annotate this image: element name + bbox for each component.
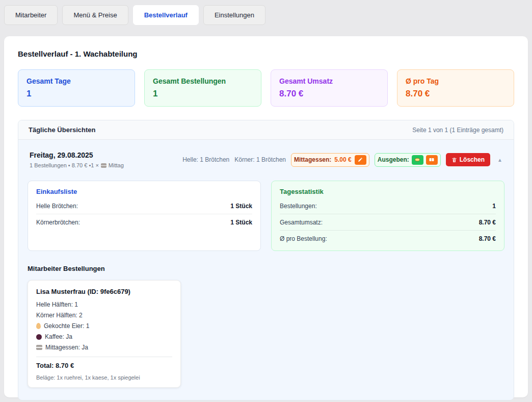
tab-mitarbeiter[interactable]: Mitarbeiter — [4, 5, 58, 25]
row-label: Helle Brötchen: — [36, 203, 78, 210]
order-line-text: Helle Hälften: 1 — [36, 301, 78, 308]
shopping-list-title: Einkaufsliste — [36, 188, 252, 195]
employee-name: Lisa Musterfrau (ID: 9fe6c679) — [36, 288, 172, 295]
table-row: Helle Brötchen: 1 Stück — [36, 198, 252, 214]
table-row: Bestellungen: 1 — [280, 198, 496, 214]
row-label: Körnerbrötchen: — [36, 219, 80, 226]
order-line-text: Mittagessen: Ja — [45, 344, 88, 351]
panel-title: Tägliche Übersichten — [29, 126, 95, 134]
stat-card-gesamt-tage: Gesamt Tage 1 — [18, 69, 135, 107]
row-label: Bestellungen: — [280, 203, 317, 210]
order-line-text: Kaffee: Ja — [45, 333, 72, 340]
collapse-day-button[interactable]: ▲ — [497, 157, 502, 163]
employee-orders-title: Mitarbeiter Bestellungen — [28, 265, 504, 272]
ausgeben-badge: Ausgeben: — [375, 153, 441, 167]
day-controls: Helle: 1 Brötchen Körner: 1 Brötchen Mit… — [182, 153, 502, 167]
order-line-text: Körner Hälften: 2 — [36, 312, 83, 319]
table-row: Gesamtumsatz: 8.70 € — [280, 214, 496, 231]
order-line: Gekochte Eier: 1 — [36, 322, 172, 330]
stat-label: Ø pro Tag — [406, 77, 506, 85]
tab-bestellverlauf[interactable]: Bestellverlauf — [133, 5, 199, 25]
row-value: 1 — [492, 203, 496, 210]
stat-value: 8.70 € — [406, 89, 506, 99]
row-value: 1 Stück — [230, 219, 252, 226]
order-line: Körner Hälften: 2 — [36, 312, 172, 319]
row-value: 8.70 € — [479, 219, 496, 226]
day-summary-text: 1 Bestellungen • 8.70 € •1 × — [30, 162, 99, 168]
order-toppings: Beläge: 1x ruehrei, 1x kaese, 1x spiegel… — [36, 374, 172, 381]
delete-day-button[interactable]: Löschen — [446, 153, 490, 166]
divider — [36, 357, 172, 357]
table-row: Ø pro Bestellung: 8.70 € — [280, 231, 496, 246]
stat-card-gesamt-umsatz: Gesamt Umsatz 8.70 € — [271, 69, 388, 107]
ausgeben-label: Ausgeben: — [378, 156, 409, 163]
row-label: Ø pro Bestellung: — [280, 235, 327, 242]
panel-body: Freitag, 29.08.2025 1 Bestellungen • 8.7… — [18, 140, 514, 400]
order-line: Mittagessen: Ja — [36, 344, 172, 351]
day-summary-lunch-label: Mittag — [109, 162, 124, 168]
stat-label: Gesamt Bestellungen — [153, 77, 253, 85]
table-row: Körnerbrötchen: 1 Stück — [36, 214, 252, 230]
lunch-price-label: Mittagessen: — [294, 156, 331, 163]
page-title: Bestellverlauf - 1. Wachabteilung — [18, 49, 514, 58]
egg-icon — [36, 323, 41, 329]
stat-value: 1 — [153, 89, 253, 99]
order-line: Helle Hälften: 1 — [36, 301, 172, 308]
stat-label: Gesamt Tage — [26, 77, 126, 85]
koerner-count: Körner: 1 Brötchen — [234, 156, 286, 163]
delete-button-label: Löschen — [460, 156, 485, 163]
day-statistics-title: Tagesstatistik — [280, 188, 496, 195]
day-info: Freitag, 29.08.2025 1 Bestellungen • 8.7… — [30, 151, 124, 168]
employee-order-card: Lisa Musterfrau (ID: 9fe6c679) Helle Häl… — [28, 280, 181, 388]
pagination-info: Seite 1 von 1 (1 Einträge gesamt) — [412, 127, 503, 134]
day-date: Freitag, 29.08.2025 — [30, 151, 124, 159]
lunchbox-icon — [429, 157, 435, 163]
edit-lunch-price-button[interactable] — [355, 155, 366, 165]
row-value: 1 Stück — [230, 203, 252, 210]
shopping-list-card: Einkaufsliste Helle Brötchen: 1 Stück Kö… — [28, 181, 261, 251]
main-content: Bestellverlauf - 1. Wachabteilung Gesamt… — [4, 36, 528, 397]
stat-label: Gesamt Umsatz — [279, 77, 379, 85]
day-statistics-card: Tagesstatistik Bestellungen: 1 Gesamtums… — [271, 181, 504, 251]
trash-icon — [451, 157, 457, 163]
lunch-price-badge: Mittagessen: 5.00 € — [291, 153, 369, 167]
lunch-price-value: 5.00 € — [334, 156, 351, 163]
panel-header: Tägliche Übersichten Seite 1 von 1 (1 Ei… — [18, 120, 514, 140]
tab-menu-preise[interactable]: Menü & Preise — [62, 5, 128, 25]
tab-bar: Mitarbeiter Menü & Preise Bestellverlauf… — [0, 0, 532, 25]
stat-card-gesamt-bestellungen: Gesamt Bestellungen 1 — [144, 69, 261, 107]
row-label: Gesamtumsatz: — [280, 219, 323, 226]
bread-icon — [414, 157, 420, 163]
order-line: Kaffee: Ja — [36, 333, 172, 340]
pencil-icon — [358, 157, 363, 162]
helle-count: Helle: 1 Brötchen — [182, 156, 229, 163]
day-header-row: Freitag, 29.08.2025 1 Bestellungen • 8.7… — [28, 151, 504, 168]
distribute-lunch-button[interactable] — [426, 155, 438, 165]
day-detail-row: Einkaufsliste Helle Brötchen: 1 Stück Kö… — [28, 181, 504, 251]
order-total: Total: 8.70 € — [36, 362, 172, 369]
stat-value: 8.70 € — [279, 89, 379, 99]
stats-row: Gesamt Tage 1 Gesamt Bestellungen 1 Gesa… — [18, 69, 514, 107]
row-value: 8.70 € — [479, 235, 496, 242]
distribute-bread-button[interactable] — [412, 155, 423, 165]
daily-overview-panel: Tägliche Übersichten Seite 1 von 1 (1 Ei… — [18, 120, 514, 400]
day-summary: 1 Bestellungen • 8.70 € •1 × Mittag — [30, 162, 124, 168]
stat-value: 1 — [26, 89, 126, 99]
coffee-icon — [36, 334, 42, 340]
lunch-icon — [101, 163, 107, 168]
lunch-icon — [36, 345, 42, 350]
order-line-text: Gekochte Eier: 1 — [44, 322, 89, 330]
stat-card-avg-pro-tag: Ø pro Tag 8.70 € — [397, 69, 514, 107]
tab-einstellungen[interactable]: Einstellungen — [203, 5, 265, 25]
